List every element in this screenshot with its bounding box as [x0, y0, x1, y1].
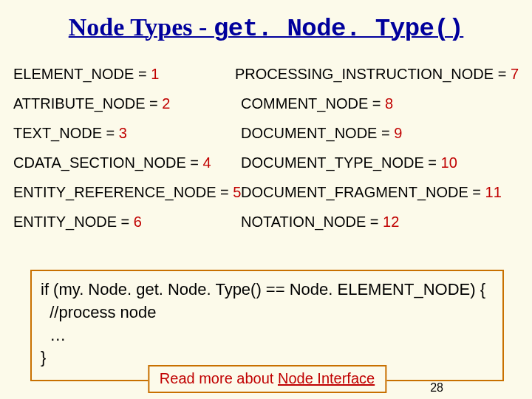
const-value: 3 — [119, 125, 127, 141]
const-name: ENTITY_NODE — [13, 214, 117, 230]
table-row: ENTITY_REFERENCE_NODE = 5 DOCUMENT_FRAGM… — [13, 177, 519, 207]
const-value: 2 — [162, 95, 170, 112]
read-more-box: Read more about Node Interface — [148, 365, 386, 393]
const-value: 7 — [511, 66, 519, 82]
equals: = — [134, 66, 151, 82]
const-value: 11 — [485, 184, 502, 200]
const-name: ENTITY_REFERENCE_NODE — [13, 184, 216, 200]
code-line: if (my. Node. get. Node. Type() == Node.… — [41, 279, 494, 301]
const-name: ATTRIBUTE_NODE — [13, 95, 146, 112]
table-row: TEXT_NODE = 3 DOCUMENT_NODE = 9 — [13, 118, 519, 148]
const-name: TEXT_NODE — [13, 125, 102, 141]
const-name: COMMENT_NODE — [241, 95, 368, 112]
equals: = — [468, 184, 485, 200]
slide-title: Node Types - get. Node. Type() — [0, 0, 532, 59]
equals: = — [368, 95, 385, 112]
read-more-text: Read more about — [160, 370, 278, 386]
title-prefix: Node Types - — [69, 13, 214, 41]
const-name: CDATA_SECTION_NODE — [13, 154, 186, 171]
code-line: … — [41, 324, 494, 347]
code-example-wrap: if (my. Node. get. Node. Type() == Node.… — [30, 270, 504, 381]
equals: = — [494, 66, 511, 82]
const-value: 1 — [151, 66, 159, 82]
equals: = — [424, 154, 441, 171]
const-value: 10 — [441, 154, 457, 171]
const-name: DOCUMENT_NODE — [241, 125, 377, 141]
const-name: DOCUMENT_TYPE_NODE — [241, 154, 424, 171]
const-name: PROCESSING_INSTRUCTION_NODE — [235, 66, 494, 82]
constants-list: ELEMENT_NODE = 1 PROCESSING_INSTRUCTION_… — [0, 59, 532, 236]
const-value: 5 — [233, 184, 241, 200]
table-row: ATTRIBUTE_NODE = 2 COMMENT_NODE = 8 — [13, 89, 519, 118]
equals: = — [102, 125, 119, 141]
const-name: NOTATION_NODE — [241, 214, 370, 230]
const-value: 9 — [394, 125, 402, 141]
const-value: 6 — [134, 214, 142, 230]
const-name: DOCUMENT_FRAGMENT_NODE — [241, 184, 468, 200]
code-line: //process node — [41, 301, 494, 324]
equals: = — [216, 184, 233, 200]
title-mono: get. Node. Type() — [214, 15, 463, 43]
equals: = — [117, 214, 134, 230]
table-row: ENTITY_NODE = 6 NOTATION_NODE = 12 — [13, 207, 519, 236]
const-value: 8 — [385, 95, 393, 112]
const-value: 4 — [203, 154, 211, 171]
table-row: CDATA_SECTION_NODE = 4 DOCUMENT_TYPE_NOD… — [13, 148, 519, 177]
const-value: 12 — [383, 214, 399, 230]
const-name: ELEMENT_NODE — [13, 66, 134, 82]
table-row: ELEMENT_NODE = 1 PROCESSING_INSTRUCTION_… — [13, 59, 519, 89]
page-number: 28 — [430, 381, 443, 395]
equals: = — [377, 125, 394, 141]
equals: = — [186, 154, 203, 171]
node-interface-link[interactable]: Node Interface — [278, 370, 375, 386]
equals: = — [370, 214, 383, 230]
equals: = — [146, 95, 163, 112]
